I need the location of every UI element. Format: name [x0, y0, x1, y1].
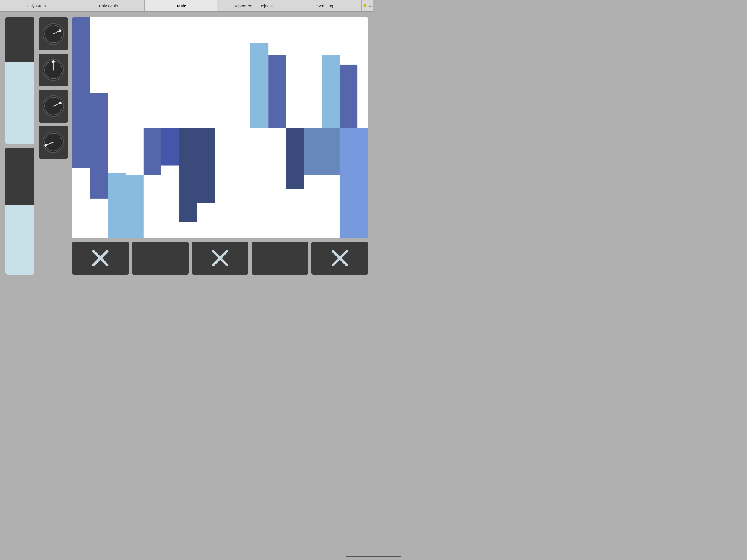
tab-poly-grain-1[interactable]: Poly Grain [0, 0, 73, 11]
svg-rect-32 [322, 128, 340, 175]
x-button-1[interactable] [72, 242, 129, 275]
svg-rect-25 [197, 128, 215, 203]
tab-bar: Poly Grain Poly Grain Basic Supported UI… [0, 0, 374, 12]
sliders-column [5, 18, 34, 275]
svg-point-9 [52, 60, 55, 63]
tab-supported-ui[interactable]: Supported UI Objects [217, 0, 289, 11]
svg-rect-18 [72, 18, 90, 168]
svg-rect-31 [340, 65, 357, 128]
corner-value: 174 [368, 4, 373, 7]
bar-chart [72, 18, 368, 238]
svg-rect-29 [304, 128, 322, 175]
chart-area [72, 18, 368, 275]
x-icon-3 [330, 249, 350, 268]
main-content [0, 12, 374, 280]
knob-1[interactable] [39, 18, 68, 50]
svg-point-5 [58, 29, 61, 32]
svg-rect-19 [90, 93, 108, 199]
x-button-2[interactable] [192, 242, 249, 275]
x-icon-1 [91, 249, 110, 268]
x-button-3[interactable] [311, 242, 368, 275]
svg-point-17 [44, 144, 47, 147]
knob-2[interactable] [39, 54, 68, 86]
bottom-buttons-row [72, 242, 368, 275]
tab-poly-grain-2[interactable]: Poly Grain [73, 0, 145, 11]
x-icon-2 [210, 249, 230, 268]
svg-marker-0 [363, 3, 367, 7]
svg-rect-20 [108, 173, 126, 238]
knob-3[interactable] [39, 90, 68, 123]
svg-rect-1 [363, 8, 367, 8]
chart-svg [72, 18, 368, 238]
svg-rect-26 [251, 44, 268, 128]
tab-scripting[interactable]: Scripting [289, 0, 361, 11]
download-icon [362, 2, 368, 9]
svg-rect-23 [161, 128, 179, 166]
svg-rect-30 [322, 55, 340, 128]
knob-4[interactable] [39, 126, 68, 159]
slider-1[interactable] [5, 18, 34, 144]
blank-button-1[interactable] [132, 242, 189, 275]
svg-rect-24 [179, 128, 197, 222]
svg-point-13 [59, 102, 61, 104]
svg-rect-27 [268, 55, 286, 128]
blank-button-2[interactable] [252, 242, 308, 275]
svg-rect-22 [144, 128, 161, 175]
knobs-column [39, 18, 68, 275]
slider-2[interactable] [5, 148, 34, 275]
corner-icon-area: 174 [361, 0, 374, 11]
tab-basic[interactable]: Basic [145, 0, 217, 11]
svg-rect-28 [286, 128, 304, 189]
svg-rect-33 [340, 128, 368, 238]
svg-rect-21 [126, 175, 144, 238]
